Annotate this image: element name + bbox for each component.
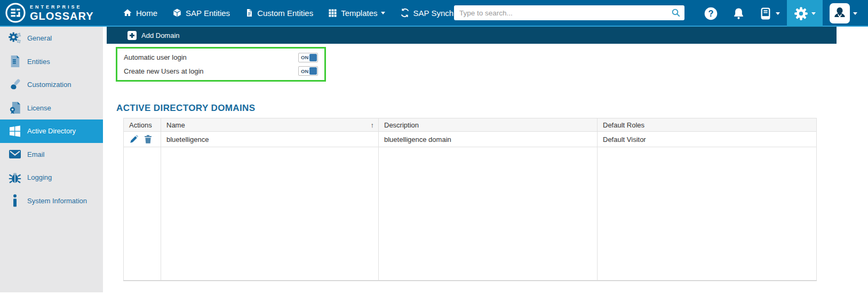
navbar-icon-buttons: ? xyxy=(697,0,864,27)
add-domain-label: Add Domain xyxy=(141,31,180,39)
sidebar-item-label: Entities xyxy=(27,58,50,66)
edit-icon[interactable] xyxy=(129,134,139,144)
brand-line2: GLOSSARY xyxy=(30,11,94,21)
notifications-button[interactable] xyxy=(725,0,752,27)
cube-icon xyxy=(172,8,182,18)
domain-default-roles-cell: Default Visitor xyxy=(598,132,817,147)
column-header-default-roles[interactable]: Default Roles xyxy=(598,118,817,132)
nav-item-label: Home xyxy=(136,9,157,18)
sidebar-item-label: System Information xyxy=(27,197,87,205)
sidebar-item-label: General xyxy=(27,34,52,42)
column-header-description[interactable]: Description xyxy=(379,118,598,132)
file-icon xyxy=(245,8,253,18)
create-users-at-login-row: Create new Users at login ON xyxy=(124,66,318,76)
avatar xyxy=(830,3,850,23)
nav-item-label: Custom Entities xyxy=(257,9,313,18)
user-icon xyxy=(832,6,847,21)
sidebar-item-email[interactable]: Email xyxy=(0,143,103,166)
actions-cell xyxy=(124,132,161,147)
user-menu-button[interactable] xyxy=(823,0,864,27)
sidebar-item-logging[interactable]: Logging xyxy=(0,166,103,189)
nav-item-home[interactable]: Home xyxy=(123,8,157,18)
bell-icon xyxy=(732,7,745,20)
top-navbar: ENTERPRISE GLOSSARY Home SAP Entities Cu… xyxy=(0,0,868,27)
sidebar-item-label: Logging xyxy=(27,173,52,181)
bug-icon xyxy=(8,171,22,184)
journal-icon xyxy=(759,7,773,20)
column-header-label: Name xyxy=(166,121,185,129)
info-icon xyxy=(8,194,22,207)
search-icon[interactable] xyxy=(671,8,681,18)
eg-logo-icon xyxy=(5,3,26,23)
journal-button[interactable] xyxy=(752,0,787,27)
chevron-down-icon xyxy=(776,12,780,15)
automatic-user-login-toggle[interactable]: ON xyxy=(298,53,318,62)
sidebar-item-entities[interactable]: Entities xyxy=(0,50,103,74)
help-icon: ? xyxy=(704,6,718,21)
global-search xyxy=(454,5,684,20)
add-domain-button[interactable]: Add Domain xyxy=(123,31,180,40)
nav-item-templates[interactable]: Templates xyxy=(328,9,385,18)
sort-ascending-icon: ↑ xyxy=(371,121,375,129)
sidebar-item-customization[interactable]: Customization xyxy=(0,73,103,97)
brand-logo-block[interactable]: ENTERPRISE GLOSSARY xyxy=(0,3,105,23)
toggle-knob xyxy=(309,54,317,61)
sidebar-item-label: Customization xyxy=(27,81,71,89)
domains-table: Actions ↑Name Description Default Roles … xyxy=(123,118,817,281)
plus-icon xyxy=(128,31,137,40)
automatic-user-login-row: Automatic user login ON xyxy=(124,53,318,62)
nav-item-label: Templates xyxy=(341,9,377,18)
toggle-state-label: ON xyxy=(301,54,308,60)
chevron-down-icon xyxy=(853,12,857,15)
empty-table-area xyxy=(124,147,817,281)
brand-text: ENTERPRISE GLOSSARY xyxy=(30,5,94,21)
sidebar-item-system-information[interactable]: System Information xyxy=(0,189,103,213)
gear-icon xyxy=(794,6,808,21)
table-header-row: Actions ↑Name Description Default Roles xyxy=(124,118,817,132)
column-header-label: Default Roles xyxy=(603,121,644,129)
paintbrush-icon xyxy=(8,78,22,91)
grid-icon xyxy=(328,9,337,18)
column-header-name[interactable]: ↑Name xyxy=(161,118,379,132)
column-header-label: Actions xyxy=(129,121,152,129)
chevron-down-icon xyxy=(381,12,385,14)
settings-sidebar: General Entities Customization License A… xyxy=(0,27,103,292)
toggle-label: Automatic user login xyxy=(124,53,187,61)
sidebar-item-license[interactable]: License xyxy=(0,97,103,120)
toggle-label: Create new Users at login xyxy=(124,67,204,75)
page-title: ACTIVE DIRECTORY DOMAINS xyxy=(116,103,256,114)
toggle-knob xyxy=(309,67,317,75)
delete-icon[interactable] xyxy=(144,134,153,144)
sidebar-item-label: Active Directory xyxy=(27,127,76,135)
login-settings-highlight-box: Automatic user login ON Create new Users… xyxy=(116,47,326,82)
search-input[interactable] xyxy=(454,5,684,20)
windows-icon xyxy=(8,125,22,138)
column-header-label: Description xyxy=(384,121,419,129)
create-users-at-login-toggle[interactable]: ON xyxy=(298,66,318,76)
svg-text:?: ? xyxy=(708,9,714,18)
sync-icon xyxy=(400,8,410,18)
document-icon xyxy=(8,55,22,68)
help-button[interactable]: ? xyxy=(697,0,725,27)
sidebar-item-active-directory[interactable]: Active Directory xyxy=(0,119,103,143)
envelope-icon xyxy=(8,149,22,160)
nav-item-sap-entities[interactable]: SAP Entities xyxy=(172,8,230,18)
sidebar-item-label: Email xyxy=(27,150,45,158)
main-navigation: Home SAP Entities Custom Entities Templa… xyxy=(123,8,511,18)
sidebar-item-general[interactable]: General xyxy=(0,27,103,50)
toggle-state-label: ON xyxy=(301,68,308,74)
home-icon xyxy=(123,8,132,18)
gears-icon xyxy=(8,31,22,45)
column-header-actions[interactable]: Actions xyxy=(124,118,161,132)
domain-name-cell: bluetelligence xyxy=(161,132,379,147)
sidebar-item-label: License xyxy=(27,104,51,112)
brand-line1: ENTERPRISE xyxy=(30,5,94,10)
app-window: ENTERPRISE GLOSSARY Home SAP Entities Cu… xyxy=(0,0,868,295)
chevron-down-icon xyxy=(811,12,816,15)
settings-button[interactable] xyxy=(787,0,823,27)
domain-toolbar: Add Domain xyxy=(107,27,837,44)
nav-item-label: SAP Entities xyxy=(186,9,230,18)
domain-description-cell: bluetelligence domain xyxy=(379,132,598,147)
nav-item-custom-entities[interactable]: Custom Entities xyxy=(245,8,313,18)
table-row: bluetelligence bluetelligence domain Def… xyxy=(124,132,817,147)
